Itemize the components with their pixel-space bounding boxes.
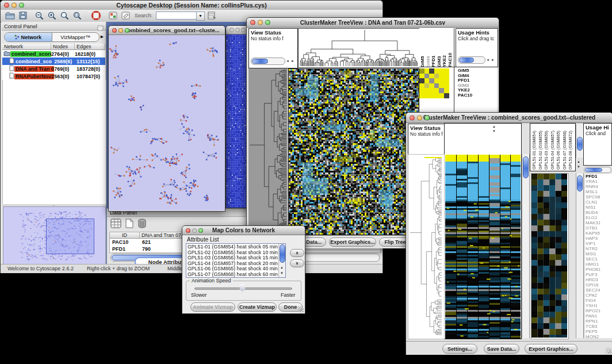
minimize-icon[interactable] bbox=[258, 20, 263, 25]
network-overview-canvas[interactable] bbox=[3, 207, 104, 263]
gene-label[interactable]: PAN1 bbox=[586, 313, 612, 319]
scroll-up-icon[interactable]: ▲ bbox=[280, 266, 284, 269]
scroll-left-icon[interactable]: ◄ bbox=[286, 59, 289, 63]
gene-label[interactable]: BUD4 bbox=[586, 210, 612, 215]
gene-label[interactable]: PHO81 bbox=[586, 267, 612, 272]
gene-label[interactable]: HMG1 bbox=[586, 262, 612, 267]
network-canvas[interactable] bbox=[109, 35, 224, 210]
tv2-zoom-panel[interactable] bbox=[531, 173, 569, 339]
tab-network[interactable]: Network bbox=[5, 33, 52, 41]
gene-label[interactable]: YSH1 bbox=[586, 303, 612, 308]
col-network[interactable]: Network bbox=[2, 44, 51, 50]
close-icon[interactable] bbox=[186, 228, 190, 233]
tv1-column-label[interactable]: GIM3 bbox=[437, 30, 442, 67]
tv1-row-dendrogram[interactable] bbox=[248, 68, 288, 235]
export-graphics-button[interactable]: Export Graphics... bbox=[329, 237, 376, 247]
tv2-column-label[interactable]: GPL51-07 (GSM868) bbox=[562, 125, 568, 170]
tv2-row-dendrogram[interactable] bbox=[408, 154, 445, 339]
tv1-column-label[interactable]: YKE2 bbox=[442, 30, 447, 67]
scroll-right-icon[interactable]: ► bbox=[291, 59, 294, 63]
resize-grip[interactable] bbox=[298, 306, 304, 312]
zoom-selected-icon[interactable] bbox=[60, 12, 69, 22]
minimize-icon[interactable] bbox=[118, 28, 123, 33]
animate-vizmap-button[interactable]: Animate Vizmap bbox=[190, 302, 235, 312]
tv1-column-label[interactable]: GIM5 bbox=[420, 30, 425, 67]
create-vizmap-button[interactable]: Create Vizmap bbox=[238, 302, 277, 312]
minimize-icon[interactable] bbox=[192, 228, 197, 233]
minimize-icon[interactable] bbox=[12, 3, 17, 8]
gene-label[interactable]: CLN1 bbox=[586, 200, 612, 205]
gene-label[interactable]: MON2 bbox=[586, 334, 612, 338]
tv2-gene-list[interactable]: PFD1YRA1RNR4MSL1SPC98CLN1NIS1BUD4ELG1MAK… bbox=[584, 174, 612, 338]
zoom-out-icon[interactable] bbox=[35, 12, 44, 22]
usage-hints-scrollbar[interactable] bbox=[458, 56, 485, 64]
minimize-icon[interactable] bbox=[417, 115, 422, 120]
gene-label[interactable]: RPO21 bbox=[586, 308, 612, 313]
gene-label[interactable]: MAK31 bbox=[586, 220, 612, 225]
gene-label[interactable]: RPN1 bbox=[586, 319, 612, 324]
gene-label[interactable]: HRD3 bbox=[586, 277, 612, 282]
gene-label[interactable]: RNR4 bbox=[586, 184, 612, 189]
save-data-button[interactable]: Save Data... bbox=[484, 344, 519, 354]
tv1-column-label[interactable]: PAC10 bbox=[447, 30, 453, 67]
search-input[interactable] bbox=[156, 12, 197, 20]
tv2-heatmap-vscrollbar[interactable] bbox=[522, 154, 530, 338]
zoom-icon[interactable] bbox=[198, 228, 203, 233]
scroll-right-icon[interactable]: ► bbox=[491, 58, 495, 62]
gene-label[interactable]: YRA1 bbox=[586, 179, 612, 184]
export-graphics-button[interactable]: Export Graphics... bbox=[525, 344, 577, 354]
search-dropdown-icon[interactable]: ▼ bbox=[196, 12, 205, 21]
annotation-icon[interactable] bbox=[121, 12, 130, 22]
close-icon[interactable] bbox=[4, 3, 9, 8]
tv2-heatmap[interactable] bbox=[445, 155, 521, 339]
tv1-row-label[interactable]: PAC10 bbox=[458, 93, 492, 98]
close-icon[interactable] bbox=[112, 28, 117, 33]
tv2-column-label[interactable]: GPL51-06 (GSM865) bbox=[556, 125, 561, 170]
tv2-labels-scrollbar[interactable] bbox=[576, 124, 584, 158]
gene-label[interactable]: KAP95 bbox=[586, 231, 612, 236]
gene-label[interactable]: FIG4 bbox=[586, 298, 612, 303]
gene-label[interactable]: GPI16 bbox=[586, 282, 612, 288]
gene-label[interactable]: SEC24 bbox=[586, 288, 612, 293]
close-icon[interactable] bbox=[410, 115, 415, 120]
gene-label[interactable]: PEP5 bbox=[586, 329, 612, 334]
zoom-icon[interactable] bbox=[265, 20, 270, 25]
gene-label[interactable]: GTB1 bbox=[586, 225, 612, 231]
delete-attribute-icon[interactable] bbox=[137, 219, 147, 231]
gene-label[interactable]: NIS1 bbox=[586, 205, 612, 210]
tv2-column-label[interactable]: GPL51-03 (GSM856) bbox=[544, 125, 549, 170]
zoom-icon[interactable] bbox=[241, 28, 246, 32]
col-nodes[interactable]: Nodes bbox=[51, 44, 75, 50]
close-icon[interactable] bbox=[230, 28, 234, 32]
tab-vizmapper[interactable]: VizMapper™ bbox=[52, 33, 100, 41]
gene-label[interactable]: NTR2 bbox=[586, 246, 612, 251]
gene-list-hscrollbar[interactable] bbox=[584, 167, 611, 173]
gene-label[interactable]: SPC98 bbox=[586, 194, 612, 200]
data-col-id[interactable]: ID bbox=[110, 232, 140, 239]
tv2-column-dendrogram-area[interactable] bbox=[445, 124, 521, 155]
zoom-icon[interactable] bbox=[19, 3, 24, 8]
gene-label[interactable]: MSI1 bbox=[586, 251, 612, 256]
network-overview-panel[interactable] bbox=[3, 206, 106, 265]
map-colors-dialog[interactable]: Map Colors to Network Attribute List GPL… bbox=[182, 225, 305, 314]
save-session-icon[interactable] bbox=[19, 12, 27, 22]
zoom-fit-icon[interactable] bbox=[73, 12, 82, 22]
scroll-left-icon[interactable]: ◄ bbox=[486, 58, 489, 62]
network-list-item[interactable]: combined_scores_2764(0)16218(0) bbox=[2, 50, 105, 58]
scroll-down-icon[interactable]: ▼ bbox=[577, 165, 580, 168]
tv2-zoom-vscrollbar[interactable] bbox=[576, 173, 584, 338]
move-up-button[interactable]: ∧ bbox=[290, 249, 304, 257]
tv1-column-label[interactable]: GIM4 bbox=[426, 30, 431, 67]
scroll-down-icon[interactable]: ▼ bbox=[492, 129, 496, 133]
tv1-column-dendrogram[interactable] bbox=[298, 28, 420, 68]
gene-label[interactable]: VIP1 bbox=[586, 241, 612, 246]
col-edges[interactable]: Edges bbox=[75, 44, 105, 50]
move-down-button[interactable]: ∨ bbox=[290, 259, 304, 267]
network-list-item[interactable]: combined_sco2569(6)13112(15) bbox=[2, 58, 105, 65]
gene-label[interactable]: PUF3 bbox=[586, 272, 612, 277]
minimize-icon[interactable] bbox=[235, 28, 240, 32]
tv2-column-label[interactable]: GPL51-01 (GSM854) bbox=[531, 125, 537, 170]
zoom-in-icon[interactable] bbox=[48, 12, 56, 22]
gene-label[interactable]: ELG1 bbox=[586, 215, 612, 220]
tv2-column-label[interactable]: GPL51-04 (GSM857) bbox=[550, 125, 556, 170]
